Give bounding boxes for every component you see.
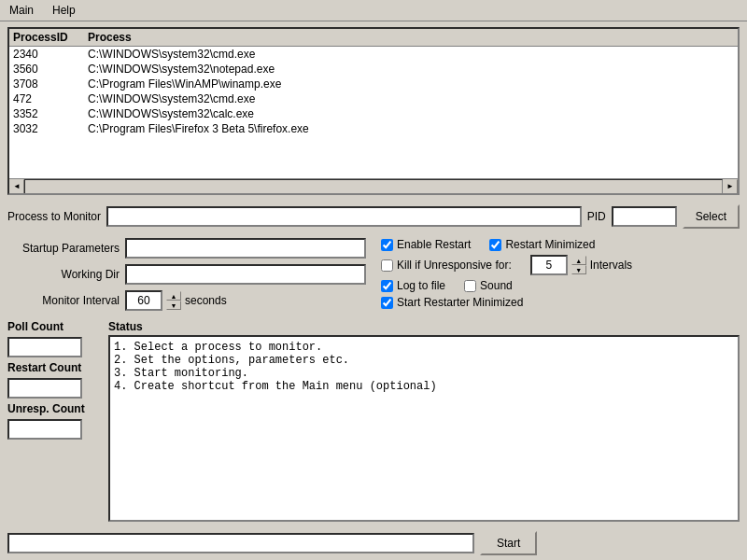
workdir-input[interactable] — [125, 264, 366, 285]
pid-cell: 3708 — [13, 77, 88, 91]
enable-restart-row: Enable Restart — [381, 238, 471, 251]
seconds-label: seconds — [185, 294, 227, 307]
status-panel: Status 1. Select a process to monitor.2.… — [108, 320, 740, 522]
sound-row: Sound — [464, 279, 513, 292]
unresp-count-label: Unresp. Count — [7, 402, 101, 415]
col-header-process: Process — [88, 31, 719, 44]
interval-row: Monitor Interval ▲ ▼ seconds — [7, 290, 366, 311]
table-row[interactable]: 3032C:\Program Files\Firefox 3 Beta 5\fi… — [9, 121, 738, 136]
process-cell: C:\WINDOWS\system32\notepad.exe — [88, 63, 734, 76]
right-params: Enable Restart Restart Minimized Kill if… — [381, 238, 740, 311]
poll-count-label: Poll Count — [7, 320, 101, 333]
hscroll-area: ◄ ► — [9, 178, 738, 193]
log-to-file-label: Log to file — [397, 279, 445, 292]
hscroll-right-btn[interactable]: ► — [723, 179, 738, 194]
process-cell: C:\Program Files\Firefox 3 Beta 5\firefo… — [88, 122, 734, 135]
start-minimized-row: Start Restarter Minimized — [381, 296, 740, 309]
table-header: ProcessID Process — [9, 29, 738, 47]
poll-count-input[interactable] — [7, 337, 82, 357]
status-text: 1. Select a process to monitor.2. Set th… — [108, 335, 740, 522]
table-scroll[interactable]: 2340C:\WINDOWS\system32\cmd.exe3560C:\WI… — [9, 47, 738, 178]
kill-value-input[interactable] — [530, 255, 568, 275]
process-cell: C:\Program Files\WinAMP\winamp.exe — [88, 77, 734, 91]
kill-unresponsive-label: Kill if Unresponsive for: — [397, 259, 512, 272]
pid-cell: 472 — [13, 92, 88, 105]
start-button[interactable]: Start — [480, 531, 537, 555]
menu-main[interactable]: Main — [4, 2, 39, 19]
pid-cell: 3560 — [13, 63, 88, 76]
kill-down-btn[interactable]: ▼ — [571, 265, 586, 274]
interval-spinner: ▲ ▼ seconds — [125, 290, 227, 311]
workdir-label: Working Dir — [7, 268, 120, 281]
unresp-count-input[interactable] — [7, 419, 82, 440]
status-line: 4. Create shortcut from the Main menu (o… — [114, 380, 734, 393]
params-section: Startup Parameters Working Dir Monitor I… — [7, 238, 740, 311]
enable-restart-checkbox[interactable] — [381, 239, 393, 251]
monitor-row: Process to Monitor PID Select — [7, 204, 740, 229]
hscroll-track[interactable] — [24, 179, 723, 194]
col-header-pid: ProcessID — [13, 31, 88, 44]
process-cell: C:\WINDOWS\system32\cmd.exe — [88, 48, 734, 61]
sound-label: Sound — [480, 279, 513, 292]
pid-cell: 2340 — [13, 48, 88, 61]
interval-up-btn[interactable]: ▲ — [166, 291, 181, 301]
process-cell: C:\WINDOWS\system32\cmd.exe — [88, 92, 734, 105]
table-row[interactable]: 3352C:\WINDOWS\system32\calc.exe — [9, 106, 738, 121]
kill-unresponsive-row: Kill if Unresponsive for: — [381, 259, 512, 272]
status-label: Status — [108, 320, 740, 333]
pid-label: PID — [587, 210, 606, 223]
restart-minimized-checkbox[interactable] — [489, 239, 501, 251]
sound-checkbox[interactable] — [464, 280, 476, 292]
pid-cell: 3352 — [13, 107, 88, 120]
main-content: ProcessID Process 2340C:\WINDOWS\system3… — [0, 21, 747, 560]
bottom-section: Poll Count Restart Count Unresp. Count S… — [7, 320, 740, 522]
startup-row: Startup Parameters — [7, 238, 366, 259]
menu-help[interactable]: Help — [47, 2, 81, 19]
process-to-monitor-input[interactable] — [106, 206, 582, 227]
startup-label: Startup Parameters — [7, 242, 120, 255]
pid-input[interactable] — [612, 206, 677, 227]
table-row[interactable]: 472C:\WINDOWS\system32\cmd.exe — [9, 91, 738, 106]
interval-input[interactable] — [125, 290, 162, 311]
status-line: 2. Set the options, parameters etc. — [114, 354, 734, 367]
restart-minimized-label: Restart Minimized — [505, 238, 595, 251]
table-row[interactable]: 2340C:\WINDOWS\system32\cmd.exe — [9, 47, 738, 62]
left-params: Startup Parameters Working Dir Monitor I… — [7, 238, 366, 311]
log-to-file-row: Log to file — [381, 279, 445, 292]
process-to-monitor-label: Process to Monitor — [7, 210, 101, 223]
process-table: ProcessID Process 2340C:\WINDOWS\system3… — [7, 27, 740, 195]
bottom-row: Start — [7, 531, 740, 555]
process-cell: C:\WINDOWS\system32\calc.exe — [88, 107, 734, 120]
kill-spinner: ▲ ▼ Intervals — [530, 255, 632, 275]
menubar: Main Help — [0, 0, 747, 21]
hscroll-left-btn[interactable]: ◄ — [9, 179, 24, 194]
table-row[interactable]: 3560C:\WINDOWS\system32\notepad.exe — [9, 62, 738, 77]
intervals-label: Intervals — [590, 259, 632, 272]
interval-label: Monitor Interval — [7, 294, 120, 307]
startup-input[interactable] — [125, 238, 366, 259]
pid-cell: 3032 — [13, 122, 88, 135]
log-to-file-checkbox[interactable] — [381, 280, 393, 292]
status-line: 3. Start monitoring. — [114, 367, 734, 380]
start-minimized-label: Start Restarter Minimized — [397, 296, 523, 309]
interval-down-btn[interactable]: ▼ — [166, 301, 181, 310]
counters-panel: Poll Count Restart Count Unresp. Count — [7, 320, 101, 522]
kill-unresponsive-checkbox[interactable] — [381, 259, 393, 272]
workdir-row: Working Dir — [7, 264, 366, 285]
enable-restart-label: Enable Restart — [397, 238, 471, 251]
kill-up-btn[interactable]: ▲ — [571, 256, 586, 265]
start-minimized-checkbox[interactable] — [381, 297, 393, 309]
interval-spinner-btns: ▲ ▼ — [166, 291, 181, 310]
select-button[interactable]: Select — [683, 204, 740, 229]
restart-count-label: Restart Count — [7, 361, 101, 374]
table-row[interactable]: 3708C:\Program Files\WinAMP\winamp.exe — [9, 77, 738, 91]
restart-count-input[interactable] — [7, 378, 82, 399]
bottom-input[interactable] — [7, 533, 474, 553]
kill-spinner-btns: ▲ ▼ — [571, 256, 586, 274]
status-line: 1. Select a process to monitor. — [114, 341, 734, 354]
restart-minimized-row: Restart Minimized — [489, 238, 595, 251]
